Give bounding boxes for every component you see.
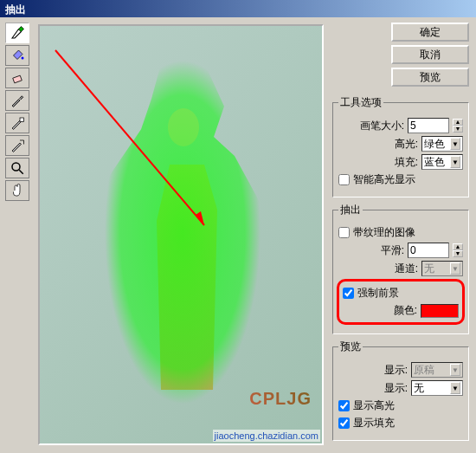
brush-size-label: 画笔大小: [360,119,404,133]
title-bar: 抽出 [0,0,476,17]
show-dropdown: 原稿▼ [411,362,463,378]
hand-tool[interactable] [5,180,29,201]
watermark-site: jiaocheng.chazidian.com [213,430,320,442]
smooth-label: 平滑: [381,243,404,258]
smooth-spinner[interactable]: ▲▼ [453,243,463,257]
show-label: 显示: [384,363,408,378]
brush-size-input[interactable] [408,118,449,133]
chevron-down-icon: ▼ [450,156,460,168]
smart-highlight-label: 智能高光显示 [353,172,415,187]
smart-highlight-checkbox[interactable] [338,174,350,185]
cleanup-tool[interactable] [5,113,29,133]
textured-image-label: 带纹理的图像 [353,225,415,240]
window-title: 抽出 [5,3,26,16]
force-foreground-highlight: 强制前景 颜色: [337,279,465,325]
extract-group: 抽出 带纹理的图像 平滑: ▲▼ 通道: 无▼ 强制前景 颜色: [332,203,469,334]
display-dropdown[interactable]: 无▼ [411,380,463,396]
extract-legend: 抽出 [338,203,363,217]
show-highlight-checkbox[interactable] [338,400,350,411]
svg-line-4 [19,170,23,174]
fill-tool[interactable] [5,45,29,66]
dialog-body: CPLJG jiaocheng.chazidian.com 确定 取消 预览 工… [0,17,476,453]
chevron-down-icon: ▼ [450,262,460,275]
smooth-input[interactable] [408,243,449,258]
svg-point-0 [22,57,24,60]
tool-column [0,17,35,453]
fg-color-label: 颜色: [394,303,417,318]
fill-color-label: 填充: [395,155,418,170]
watermark-logo: CPLJG [249,389,312,409]
edge-touchup-tool[interactable] [5,135,29,156]
display-label: 显示: [384,381,408,396]
preview-group: 预览 显示: 原稿▼ 显示: 无▼ 显示高光 显示填充 [332,340,469,441]
preview-image[interactable]: CPLJG jiaocheng.chazidian.com [38,24,324,445]
show-fill-label: 显示填充 [353,416,395,430]
chevron-down-icon: ▼ [450,364,460,376]
tool-options-legend: 工具选项 [338,95,383,110]
fill-color-dropdown[interactable]: 蓝色▼ [421,154,463,170]
channel-dropdown: 无▼ [421,261,463,276]
edge-highlighter-tool[interactable] [5,23,29,43]
svg-point-3 [12,163,20,171]
svg-rect-1 [13,75,23,83]
preview-button[interactable]: 预览 [391,68,469,87]
svg-rect-2 [20,118,24,122]
force-foreground-checkbox[interactable] [343,288,354,299]
options-panel: 确定 取消 预览 工具选项 画笔大小: ▲▼ 高光: 绿色▼ 填充: 蓝色▼ 智… [329,17,476,453]
textured-image-checkbox[interactable] [338,227,350,238]
chevron-down-icon: ▼ [450,382,460,394]
force-foreground-label: 强制前景 [357,286,399,301]
preview-legend: 预览 [338,340,363,354]
eraser-tool[interactable] [5,68,29,88]
show-highlight-label: 显示高光 [353,398,395,413]
action-buttons: 确定 取消 预览 [332,23,469,87]
tool-options-group: 工具选项 画笔大小: ▲▼ 高光: 绿色▼ 填充: 蓝色▼ 智能高光显示 [332,95,469,197]
ok-button[interactable]: 确定 [391,23,469,42]
eyedropper-tool[interactable] [5,90,29,111]
chevron-down-icon: ▼ [450,138,460,150]
highlight-color-label: 高光: [395,137,418,152]
channel-label: 通道: [395,262,418,276]
zoom-tool[interactable] [5,158,29,178]
canvas-area: CPLJG jiaocheng.chazidian.com [35,17,329,453]
highlight-color-dropdown[interactable]: 绿色▼ [421,136,463,152]
brush-size-spinner[interactable]: ▲▼ [453,119,463,133]
cancel-button[interactable]: 取消 [391,45,469,64]
show-fill-checkbox[interactable] [338,417,350,429]
fg-color-swatch[interactable] [421,304,459,318]
